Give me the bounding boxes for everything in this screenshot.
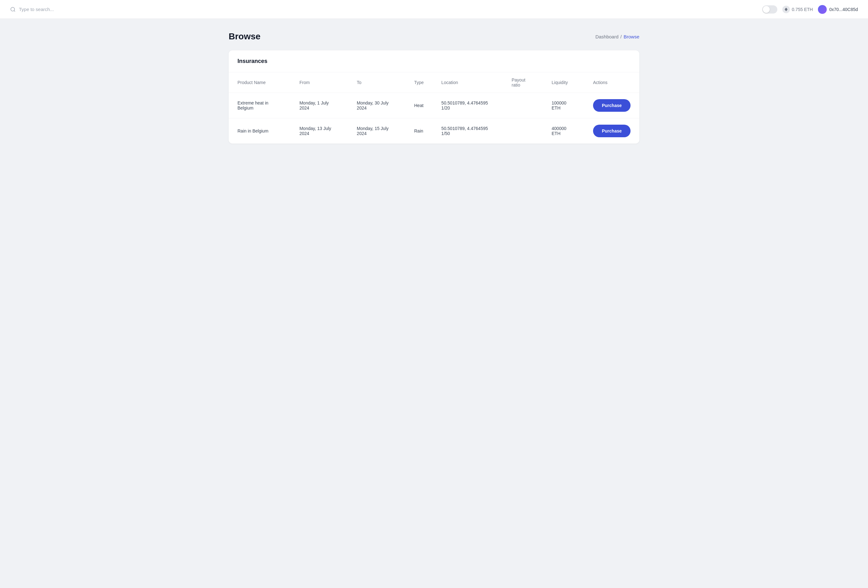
- col-location: Location: [433, 72, 503, 93]
- cell-location: 50.5010789, 4.4764595 1/20: [433, 93, 503, 118]
- col-from: From: [291, 72, 348, 93]
- cell-payout-ratio: [503, 93, 543, 118]
- cell-from: Monday, 13 July 2024: [291, 118, 348, 144]
- toggle-knob: [763, 6, 770, 13]
- eth-balance: 0.755 ETH: [792, 7, 813, 12]
- table-row: Extreme heat in Belgium Monday, 1 July 2…: [229, 93, 639, 118]
- main-content: Browse Dashboard / Browse Insurances Pro…: [214, 19, 654, 156]
- purchase-button-0[interactable]: Purchase: [593, 99, 630, 112]
- search-icon: [10, 7, 16, 12]
- eth-icon: [782, 6, 790, 13]
- cell-to: Monday, 30 July 2024: [348, 93, 405, 118]
- col-product-name: Product Name: [229, 72, 291, 93]
- cell-from: Monday, 1 July 2024: [291, 93, 348, 118]
- table-row: Rain in Belgium Monday, 13 July 2024 Mon…: [229, 118, 639, 144]
- svg-point-0: [11, 7, 15, 11]
- theme-toggle[interactable]: [762, 5, 777, 13]
- breadcrumb-current: Browse: [624, 34, 639, 39]
- cell-actions: Purchase: [584, 118, 639, 144]
- search-area[interactable]: [10, 7, 88, 12]
- table-header: Product Name From To Type Location Payou…: [229, 72, 639, 93]
- cell-product-name: Rain in Belgium: [229, 118, 291, 144]
- col-payout-ratio: Payout ratio: [503, 72, 543, 93]
- cell-type: Rain: [405, 118, 433, 144]
- table-body: Extreme heat in Belgium Monday, 1 July 2…: [229, 93, 639, 144]
- table-card-header: Insurances: [229, 50, 639, 72]
- col-type: Type: [405, 72, 433, 93]
- col-liquidity: Liquidity: [543, 72, 584, 93]
- cell-liquidity: 100000 ETH: [543, 93, 584, 118]
- cell-liquidity: 400000 ETH: [543, 118, 584, 144]
- cell-actions: Purchase: [584, 93, 639, 118]
- breadcrumb-separator: /: [620, 34, 622, 39]
- search-input[interactable]: [19, 7, 88, 12]
- cell-product-name: Extreme heat in Belgium: [229, 93, 291, 118]
- eth-info: 0.755 ETH: [782, 6, 813, 13]
- insurance-table-card: Insurances Product Name From To Type Loc…: [229, 50, 639, 143]
- navbar: 0.755 ETH 0x70...40C85d: [0, 0, 868, 19]
- wallet-info[interactable]: 0x70...40C85d: [818, 5, 858, 14]
- svg-line-1: [14, 10, 15, 11]
- breadcrumb-dashboard: Dashboard: [595, 34, 618, 39]
- purchase-button-1[interactable]: Purchase: [593, 125, 630, 137]
- page-header: Browse Dashboard / Browse: [229, 31, 639, 41]
- cell-to: Monday, 15 July 2024: [348, 118, 405, 144]
- cell-type: Heat: [405, 93, 433, 118]
- wallet-address: 0x70...40C85d: [829, 7, 858, 12]
- insurance-table: Product Name From To Type Location Payou…: [229, 72, 639, 143]
- cell-location: 50.5010789, 4.4764595 1/50: [433, 118, 503, 144]
- cell-payout-ratio: [503, 118, 543, 144]
- col-to: To: [348, 72, 405, 93]
- navbar-right: 0.755 ETH 0x70...40C85d: [762, 5, 858, 14]
- breadcrumb: Dashboard / Browse: [595, 34, 639, 39]
- col-actions: Actions: [584, 72, 639, 93]
- wallet-avatar: [818, 5, 827, 14]
- table-card-title: Insurances: [238, 58, 630, 65]
- page-title: Browse: [229, 31, 260, 41]
